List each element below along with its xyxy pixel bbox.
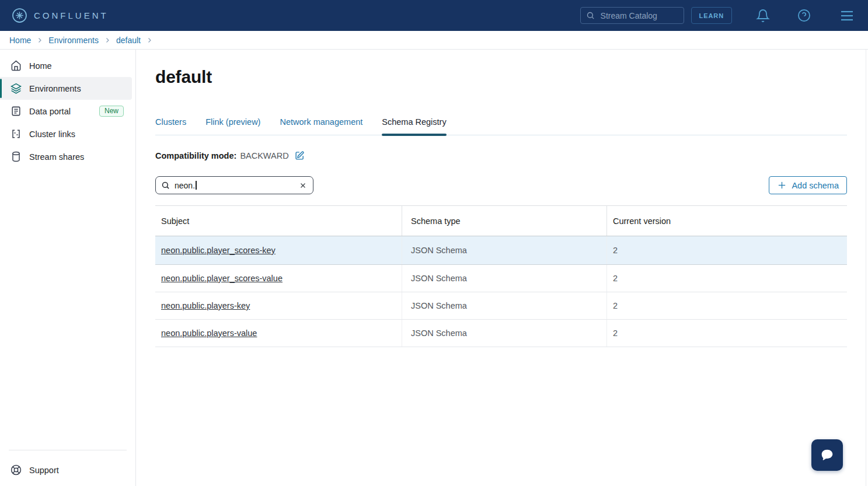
- breadcrumb-default[interactable]: default: [116, 36, 141, 45]
- new-badge: New: [99, 106, 124, 117]
- subject-link[interactable]: neon.public.players-key: [161, 301, 250, 310]
- table-toolbar: neon. Add schema: [155, 176, 847, 194]
- breadcrumb: Home Environments default: [0, 31, 868, 50]
- chat-widget-button[interactable]: [811, 439, 843, 471]
- sidebar-item-stream-shares[interactable]: Stream shares: [0, 145, 132, 168]
- schemas-table: Subject Schema type Current version neon…: [155, 205, 847, 347]
- sidebar-footer: Support: [0, 450, 135, 486]
- life-buoy-icon: [11, 464, 22, 475]
- plus-icon: [777, 180, 787, 190]
- search-icon: [586, 11, 595, 20]
- breadcrumb-home[interactable]: Home: [9, 36, 31, 45]
- clear-search-icon[interactable]: [299, 182, 306, 189]
- sidebar-item-home[interactable]: Home: [0, 54, 132, 77]
- tab-bar: Clusters Flink (preview) Network managem…: [155, 117, 847, 135]
- sidebar-item-label: Home: [29, 61, 52, 71]
- stream-catalog-input[interactable]: [599, 11, 678, 21]
- sidebar-item-label: Cluster links: [29, 130, 75, 139]
- schema-type-cell: JSON Schema: [402, 292, 606, 319]
- chevron-right-icon: [104, 37, 111, 44]
- tab-flink-preview[interactable]: Flink (preview): [205, 117, 260, 135]
- chevron-right-icon: [36, 37, 43, 44]
- table-row[interactable]: neon.public.players-key JSON Schema 2: [155, 292, 847, 320]
- tab-clusters[interactable]: Clusters: [155, 117, 186, 135]
- subject-link[interactable]: neon.public.player_scores-key: [161, 246, 276, 255]
- brand-name: CONFLUENT: [34, 11, 109, 20]
- chat-bubble-icon: [819, 447, 835, 463]
- compatibility-mode-label: Compatibility mode:: [155, 151, 236, 160]
- schema-type-cell: JSON Schema: [402, 236, 606, 264]
- top-navbar: CONFLUENT LEARN: [0, 0, 868, 31]
- text-cursor: [196, 181, 197, 190]
- sidebar-item-support[interactable]: Support: [0, 456, 132, 484]
- table-row[interactable]: neon.public.players-value JSON Schema 2: [155, 320, 847, 347]
- database-icon: [11, 151, 22, 162]
- table-row[interactable]: neon.public.player_scores-value JSON Sch…: [155, 265, 847, 292]
- cluster-links-icon: [11, 128, 22, 139]
- tab-schema-registry[interactable]: Schema Registry: [382, 117, 446, 135]
- stream-catalog-search[interactable]: [580, 7, 684, 24]
- table-header-row: Subject Schema type Current version: [155, 206, 847, 236]
- sidebar-item-label: Data portal: [29, 107, 71, 116]
- confluent-spark-icon: [12, 8, 27, 23]
- subject-link[interactable]: neon.public.players-value: [161, 328, 257, 338]
- page-scrollbar-track: [866, 50, 866, 486]
- compatibility-mode-value: BACKWARD: [240, 151, 288, 160]
- schema-type-cell: JSON Schema: [402, 320, 606, 347]
- document-icon: [11, 106, 22, 117]
- chevron-right-icon: [146, 37, 153, 44]
- current-version-cell: 2: [606, 320, 847, 347]
- column-header-subject: Subject: [155, 206, 402, 236]
- layers-icon: [11, 83, 22, 94]
- sidebar-item-environments[interactable]: Environments: [0, 77, 132, 100]
- add-schema-button[interactable]: Add schema: [769, 176, 847, 194]
- column-header-schema-type: Schema type: [402, 206, 606, 236]
- confluent-logo[interactable]: CONFLUENT: [12, 8, 109, 23]
- current-version-cell: 2: [606, 236, 847, 264]
- sidebar-item-label: Environments: [29, 84, 81, 93]
- hamburger-menu-icon[interactable]: [839, 10, 855, 22]
- edit-icon[interactable]: [295, 151, 305, 160]
- help-icon[interactable]: [797, 9, 811, 22]
- tab-network-management[interactable]: Network management: [280, 117, 362, 135]
- sidebar-item-cluster-links[interactable]: Cluster links: [0, 123, 132, 145]
- home-icon: [11, 60, 22, 71]
- sidebar-item-label: Stream shares: [29, 152, 84, 162]
- sidebar: Home Environments Data portal New Cluste…: [0, 50, 136, 486]
- current-version-cell: 2: [606, 292, 847, 319]
- add-schema-label: Add schema: [792, 181, 839, 190]
- search-icon: [161, 181, 170, 190]
- sidebar-item-data-portal[interactable]: Data portal New: [0, 100, 132, 123]
- topbar-actions: LEARN: [580, 7, 855, 24]
- divider: [9, 450, 127, 450]
- table-row[interactable]: neon.public.player_scores-key JSON Schem…: [155, 236, 847, 265]
- current-version-cell: 2: [606, 265, 847, 292]
- notifications-bell-icon[interactable]: [756, 9, 770, 23]
- schema-type-cell: JSON Schema: [402, 265, 606, 292]
- search-value: neon.: [175, 181, 195, 190]
- learn-button[interactable]: LEARN: [691, 7, 732, 24]
- search-input[interactable]: neon.: [155, 176, 313, 194]
- page-title: default: [155, 67, 847, 87]
- main-content: default Clusters Flink (preview) Network…: [136, 50, 868, 486]
- subject-link[interactable]: neon.public.player_scores-value: [161, 274, 283, 283]
- sidebar-item-label: Support: [29, 466, 59, 475]
- compatibility-mode-row: Compatibility mode: BACKWARD: [155, 151, 847, 160]
- breadcrumb-environments[interactable]: Environments: [48, 36, 99, 45]
- column-header-current-version: Current version: [606, 206, 847, 236]
